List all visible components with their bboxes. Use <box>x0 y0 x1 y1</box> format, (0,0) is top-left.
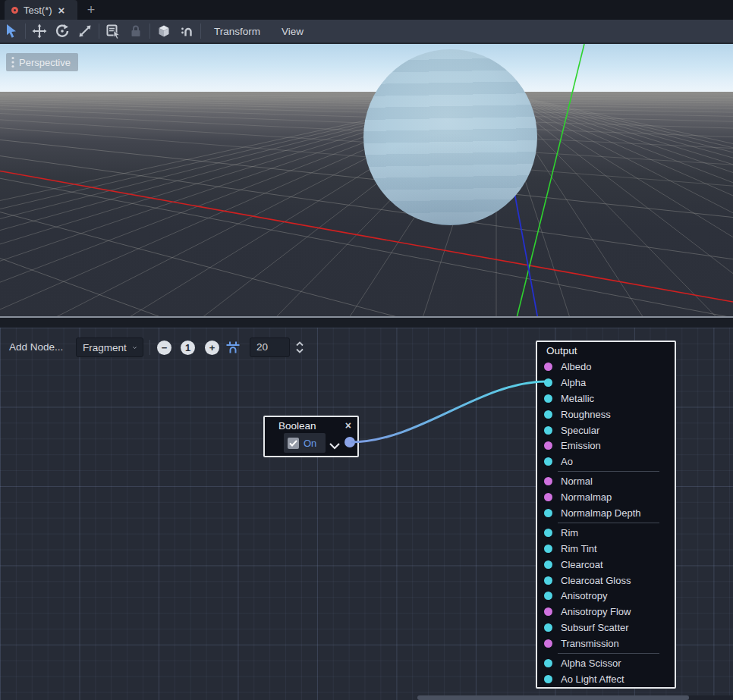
boolean-value-label: On <box>304 438 316 449</box>
port-row-specular: Specular <box>537 422 675 438</box>
add-node-button[interactable]: Add Node... <box>9 337 63 357</box>
port-row-clearcoat-gloss: Clearcoat Gloss <box>537 573 675 589</box>
port-dot-vector[interactable] <box>544 607 552 616</box>
port-dot-scalar[interactable] <box>544 410 552 419</box>
close-node-icon[interactable]: × <box>345 420 351 431</box>
port-label: Ao Light Affect <box>561 673 624 685</box>
boolean-value-checkbox[interactable]: On <box>284 433 326 453</box>
horizontal-scrollbar-track[interactable] <box>689 695 733 700</box>
godot-editor-window: Test(*) × + <box>0 0 733 700</box>
output-node-title: Output <box>546 345 577 356</box>
local-space-button[interactable] <box>153 21 175 41</box>
port-dot-scalar[interactable] <box>544 509 552 517</box>
chevron-down-icon <box>296 348 304 353</box>
collapse-chevron-icon[interactable] <box>329 439 341 453</box>
port-dot-scalar[interactable] <box>544 560 552 569</box>
port-row-alpha-scissor: Alpha Scissor <box>537 655 675 671</box>
port-label: Clearcoat Gloss <box>561 575 631 586</box>
boolean-node[interactable]: Boolean × On <box>263 416 359 457</box>
port-row-anisotropy: Anisotropy <box>537 588 675 604</box>
port-row-ao-light-affect: Ao Light Affect <box>537 671 675 687</box>
boolean-output-port[interactable] <box>344 437 355 447</box>
port-dot-scalar[interactable] <box>544 592 552 600</box>
port-row-clearcoat: Clearcoat <box>537 557 675 573</box>
output-node[interactable]: Output AlbedoAlphaMetallicRoughnessSpecu… <box>536 341 676 689</box>
rotate-icon <box>54 23 71 39</box>
shader-mode-dropdown[interactable]: Fragment <box>76 337 143 357</box>
port-row-normal: Normal <box>537 473 675 489</box>
output-ports: AlbedoAlphaMetallicRoughnessSpecularEmis… <box>537 359 675 687</box>
view-menu[interactable]: View <box>271 26 314 37</box>
port-dot-scalar[interactable] <box>544 659 552 667</box>
port-label: Rim Tint <box>561 543 597 554</box>
port-dot-scalar[interactable] <box>544 457 552 466</box>
toolbar-separator <box>149 340 150 355</box>
port-dot-scalar[interactable] <box>544 623 552 632</box>
toolbar-separator <box>99 24 99 39</box>
port-label: Alpha <box>561 377 586 388</box>
port-label: Albedo <box>561 361 591 372</box>
drag-dots-icon <box>11 56 15 68</box>
transform-menu[interactable]: Transform <box>203 26 271 37</box>
rotate-tool-button[interactable] <box>51 21 74 41</box>
list-select-icon <box>105 23 121 39</box>
grid-snap-button[interactable] <box>225 339 241 356</box>
viewport-3d[interactable]: Perspective <box>0 44 733 318</box>
snap-mode-button[interactable] <box>175 21 198 41</box>
camera-mode-label: Perspective <box>19 57 71 68</box>
close-tab-icon[interactable]: × <box>58 5 65 16</box>
port-dot-scalar[interactable] <box>544 545 552 553</box>
zoom-in-button[interactable]: + <box>205 341 219 355</box>
port-row-anisotropy-flow: Anisotropy Flow <box>537 604 675 620</box>
port-row-albedo: Albedo <box>537 359 675 375</box>
shader-graph-canvas[interactable]: Add Node... Fragment − 1 + 20 <box>0 328 733 700</box>
port-dot-vector[interactable] <box>544 441 552 450</box>
shader-mode-label: Fragment <box>83 342 127 353</box>
port-dot-scalar[interactable] <box>544 529 552 537</box>
port-row-rim-tint: Rim Tint <box>537 541 675 557</box>
port-label: Transmission <box>561 638 619 649</box>
move-tool-button[interactable] <box>28 21 51 41</box>
horizontal-scrollbar-thumb[interactable] <box>417 695 689 700</box>
port-row-ao: Ao <box>537 454 675 469</box>
port-label: Specular <box>561 425 599 436</box>
cube-icon <box>156 23 172 39</box>
snap-distance-stepper[interactable] <box>294 340 305 355</box>
chevron-up-icon <box>296 341 304 347</box>
port-dot-vector[interactable] <box>544 363 552 371</box>
port-dot-vector[interactable] <box>544 493 552 501</box>
toolbar-separator <box>149 24 150 39</box>
port-label: Emission <box>561 440 601 451</box>
scene-icon <box>11 7 18 14</box>
port-label: Subsurf Scatter <box>561 622 629 633</box>
scene-tabbar: Test(*) × + <box>0 0 733 20</box>
magnet-snap-icon <box>178 23 195 39</box>
port-dot-scalar[interactable] <box>544 675 552 683</box>
port-label: Metallic <box>561 393 594 404</box>
port-row-transmission: Transmission <box>537 636 675 651</box>
checkbox-checked-icon <box>288 438 299 449</box>
panel-divider[interactable] <box>0 318 733 328</box>
lock-button[interactable] <box>124 21 147 41</box>
new-tab-button[interactable]: + <box>79 0 103 20</box>
port-label: Normal <box>561 476 593 487</box>
port-dot-scalar[interactable] <box>544 576 552 585</box>
zoom-out-button[interactable]: − <box>157 341 171 355</box>
port-dot-scalar[interactable] <box>544 426 552 435</box>
boolean-node-title: Boolean <box>278 420 316 432</box>
port-dot-scalar[interactable] <box>544 394 552 403</box>
port-dot-scalar[interactable] <box>544 378 552 387</box>
scene-tab[interactable]: Test(*) × <box>5 0 77 20</box>
port-row-rim: Rim <box>537 525 675 541</box>
port-dot-vector[interactable] <box>544 477 552 485</box>
select-tool-button[interactable] <box>0 21 23 41</box>
port-dot-vector[interactable] <box>544 639 552 648</box>
snap-distance-input[interactable]: 20 <box>250 337 290 357</box>
zoom-reset-button[interactable]: 1 <box>181 341 195 355</box>
scale-tool-button[interactable] <box>74 21 96 41</box>
perspective-menu[interactable]: Perspective <box>6 53 78 71</box>
viewport-grid-and-axes <box>0 44 733 318</box>
port-row-alpha: Alpha <box>537 375 675 391</box>
list-select-tool-button[interactable] <box>102 21 124 41</box>
scene-tab-title: Test(*) <box>24 5 52 16</box>
